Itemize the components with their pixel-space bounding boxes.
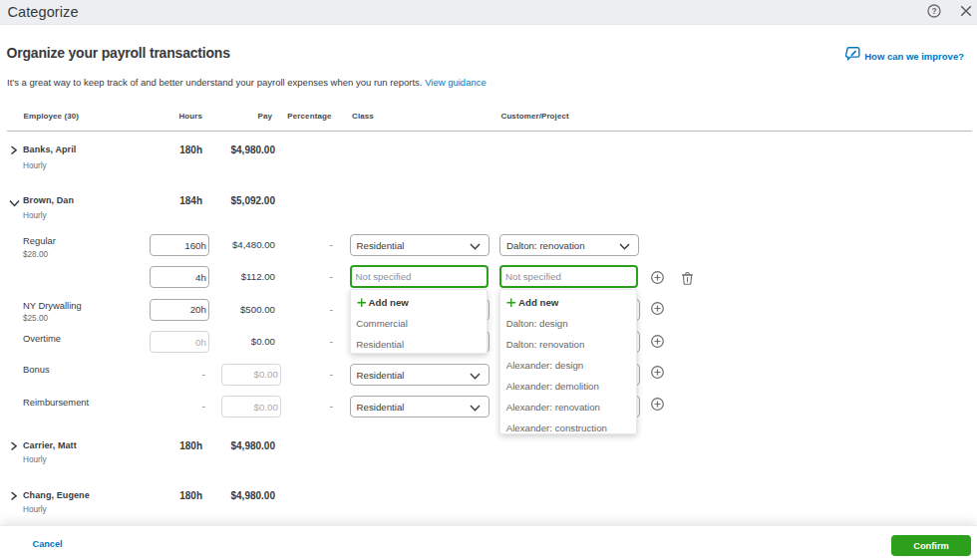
customer-dropdown-option[interactable]: Alexander: design (500, 355, 636, 376)
chevron-down-icon (470, 373, 481, 380)
delete-row-icon[interactable] (681, 271, 694, 285)
customer-dropdown-option[interactable]: Alexander: renovation (500, 397, 636, 418)
page-title: Organize your payroll transactions (7, 45, 230, 61)
plus-icon (506, 298, 516, 308)
class-select-value: Residential (357, 402, 405, 413)
employee-pay: $4,980.00 (0, 440, 275, 452)
page-description: It’s a great way to keep track of and be… (7, 77, 487, 88)
dropdown-option-label: Alexander: renovation (506, 402, 600, 413)
customer-combobox-placeholder: Not specified (505, 271, 561, 282)
dropdown-option-label: Commercial (356, 318, 408, 329)
help-icon[interactable]: ? (927, 4, 941, 18)
window-title: Categorize (8, 4, 79, 20)
percentage-dash: - (0, 299, 333, 321)
dropdown-option-label: Residential (356, 339, 404, 350)
dropdown-option-label: Add new (369, 297, 409, 308)
header-divider (7, 131, 972, 132)
employee-pay-type: Hourly (23, 161, 47, 171)
close-icon[interactable] (958, 3, 974, 19)
class-dropdown-option[interactable]: Residential (351, 334, 487, 355)
feedback-link[interactable]: How can we improve? (864, 51, 964, 62)
customer-dropdown-panel: Add new Dalton: design Dalton: renovatio… (499, 289, 637, 434)
employee-pay: $4,980.00 (0, 144, 275, 156)
chevron-down-icon (470, 405, 481, 412)
dropdown-option-label: Dalton: renovation (506, 339, 585, 350)
percentage-dash: - (0, 266, 333, 288)
dropdown-option-label: Add new (518, 297, 558, 308)
add-split-row-icon[interactable] (651, 335, 664, 348)
customer-dropdown-add-new[interactable]: Add new (500, 292, 636, 313)
svg-text:?: ? (931, 6, 936, 16)
dropdown-option-label: Dalton: design (506, 318, 568, 329)
employee-pay-type: Hourly (23, 455, 47, 465)
column-header-percentage: Percentage (0, 112, 332, 121)
class-dropdown-panel: Add new Commercial Residential (350, 289, 488, 354)
employee-pay: $4,980.00 (0, 490, 275, 502)
add-split-row-icon[interactable] (651, 302, 664, 315)
dropdown-option-label: Alexander: design (506, 360, 584, 371)
class-select-value: Residential (357, 370, 405, 381)
footer-bar: Cancel Confirm (0, 525, 977, 560)
column-header-customer: Customer/Project (501, 112, 569, 121)
customer-select-value: Dalton: renovation (506, 240, 585, 251)
dropdown-option-label: Alexander: demolition (506, 381, 599, 392)
class-dropdown-option[interactable]: Commercial (351, 313, 487, 334)
class-dropdown-add-new[interactable]: Add new (351, 292, 487, 313)
customer-dropdown-option[interactable]: Alexander: demolition (500, 376, 636, 397)
dropdown-option-label: Alexander: construction (506, 422, 607, 433)
titlebar: Categorize ? (0, 0, 977, 25)
customer-dropdown-option[interactable]: Dalton: design (500, 313, 636, 334)
class-combobox-focused[interactable]: Not specified (350, 265, 488, 288)
column-header-class: Class (352, 112, 374, 121)
employee-pay-type: Hourly (23, 505, 47, 515)
percentage-dash: - (0, 364, 333, 386)
percentage-dash: - (0, 234, 333, 256)
customer-dropdown-option[interactable]: Dalton: renovation (500, 334, 636, 355)
confirm-button[interactable]: Confirm (891, 535, 971, 556)
view-guidance-link[interactable]: View guidance (425, 77, 487, 88)
add-split-row-icon[interactable] (651, 398, 664, 411)
class-select[interactable]: Residential (350, 396, 489, 418)
employee-pay: $5,092.00 (0, 195, 275, 207)
class-select-value: Residential (357, 240, 405, 251)
class-select[interactable]: Residential (350, 364, 489, 386)
percentage-dash: - (0, 396, 333, 418)
description-text: It’s a great way to keep track of and be… (7, 77, 422, 88)
class-select[interactable]: Residential (350, 234, 489, 256)
feedback-bubble-icon[interactable] (845, 46, 861, 61)
customer-select[interactable]: Dalton: renovation (499, 234, 639, 256)
cancel-button[interactable]: Cancel (33, 539, 63, 549)
plus-icon (357, 298, 367, 308)
customer-combobox-focused[interactable]: Not specified (499, 265, 638, 288)
customer-dropdown-option[interactable]: Alexander: construction (500, 418, 636, 438)
add-split-row-icon[interactable] (651, 366, 664, 379)
chevron-down-icon (619, 243, 630, 250)
class-combobox-placeholder: Not specified (356, 271, 412, 282)
chevron-down-icon (470, 243, 481, 250)
add-split-row-icon[interactable] (651, 271, 664, 284)
employee-pay-type: Hourly (23, 211, 47, 221)
percentage-dash: - (0, 331, 333, 353)
